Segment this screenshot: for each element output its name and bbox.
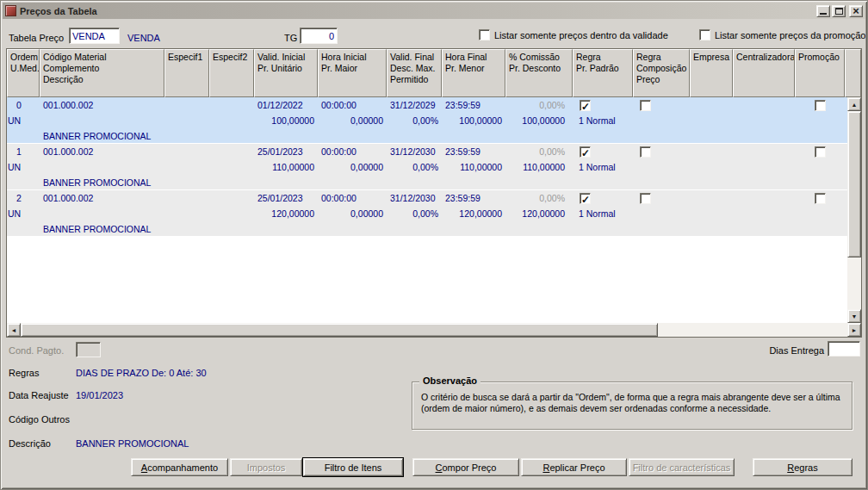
comissao-value: 0,00% xyxy=(505,190,573,206)
filter-promocao-checkbox[interactable]: Listar somente preços da promoção xyxy=(699,29,865,40)
horizontal-scrollbar-thumb[interactable] xyxy=(21,323,658,337)
valid-final-value: 31/12/2029 xyxy=(387,97,442,113)
column-header-especif2[interactable]: Especif2 xyxy=(209,49,254,97)
horizontal-scrollbar[interactable] xyxy=(7,323,861,337)
dias-entrega-label: Dias Entrega xyxy=(769,344,824,357)
price-row[interactable]: 0UN 001.000.002BANNER PROMOCIONAL 01/12/… xyxy=(7,97,847,144)
scroll-right-button[interactable] xyxy=(847,323,861,337)
impostos-button[interactable]: Impostos xyxy=(230,458,302,476)
regra-composicao-checkbox[interactable] xyxy=(640,193,651,204)
column-header-valid-final[interactable]: Valid. Final Desc. Max. Permitido xyxy=(387,49,442,97)
pr-padrao-checkbox[interactable] xyxy=(580,193,591,204)
grid-body: 0UN 001.000.002BANNER PROMOCIONAL 01/12/… xyxy=(7,97,847,323)
titlebar[interactable]: Preços da Tabela xyxy=(3,3,865,19)
hora-inicial-value: 00:00:00 xyxy=(318,144,387,159)
arrow-right-icon xyxy=(852,327,858,333)
filter-promocao-label: Listar somente preços da promoção xyxy=(715,30,865,40)
filter-validade-label: Listar somente preços dentro da validade xyxy=(494,30,668,40)
pr-desconto-value: 100,00000 xyxy=(505,113,573,128)
checkbox-promocao-icon xyxy=(699,29,710,40)
codigo-value: 001.000.002 xyxy=(40,190,164,206)
column-header-especif1[interactable]: Especif1 xyxy=(164,49,209,97)
filtro-caracteristicas-button[interactable]: Filtro de características xyxy=(629,458,735,476)
scroll-up-button[interactable] xyxy=(847,97,861,111)
hora-final-value: 23:59:59 xyxy=(442,144,505,159)
minimize-button[interactable] xyxy=(816,5,830,17)
vertical-scrollbar[interactable] xyxy=(847,97,861,323)
umed-value: UN xyxy=(7,206,40,221)
codigo-outros-label: Código Outros xyxy=(9,413,70,425)
pr-desconto-value: 110,00000 xyxy=(505,159,573,175)
promocao-checkbox[interactable] xyxy=(815,100,826,111)
pr-menor-value: 120,00000 xyxy=(442,206,505,221)
arrow-down-icon xyxy=(852,313,858,319)
descricao-value: BANNER PROMOCIONAL xyxy=(40,175,164,189)
pr-maior-value: 0,00000 xyxy=(318,159,387,175)
hora-inicial-value: 00:00:00 xyxy=(318,190,387,206)
vertical-scrollbar-thumb[interactable] xyxy=(847,111,861,257)
column-header-promocao[interactable]: Promoção xyxy=(795,49,845,97)
tabela-preco-input[interactable] xyxy=(69,28,120,44)
checkbox-validade-icon xyxy=(479,29,490,40)
pr-menor-value: 100,00000 xyxy=(442,113,505,128)
scroll-down-button[interactable] xyxy=(847,309,861,323)
dias-entrega-input[interactable] xyxy=(828,341,860,357)
regras-button[interactable]: Regras xyxy=(753,458,852,476)
tg-label: TG xyxy=(284,32,297,44)
pr-padrao-checkbox[interactable] xyxy=(580,146,591,158)
regra-value: 1 Normal xyxy=(573,159,633,175)
valid-final-value: 31/12/2030 xyxy=(387,144,442,159)
valid-final-value: 31/12/2030 xyxy=(387,190,442,206)
filtro-itens-button[interactable]: Filtro de Itens xyxy=(303,458,403,476)
price-row[interactable]: 2UN 001.000.002BANNER PROMOCIONAL 25/01/… xyxy=(7,190,847,237)
column-header-regra-composicao[interactable]: Regra Composição Preço xyxy=(633,49,690,97)
tabela-preco-label: Tabela Preço xyxy=(9,32,64,44)
header-filler xyxy=(845,49,861,97)
tg-input[interactable] xyxy=(300,28,338,44)
regra-composicao-checkbox[interactable] xyxy=(640,146,651,158)
acompanhamento-button[interactable]: Acompanhamento xyxy=(131,458,228,476)
column-header-comissao[interactable]: % Comissão Pr. Desconto xyxy=(505,49,573,97)
hora-final-value: 23:59:59 xyxy=(442,97,505,113)
umed-value: UN xyxy=(7,159,40,175)
column-header-regra-padrao[interactable]: Regra Pr. Padrão xyxy=(573,49,633,97)
cond-pagto-label: Cond. Pagto. xyxy=(9,344,64,357)
pr-unitario-value: 120,00000 xyxy=(254,206,318,221)
scroll-left-button[interactable] xyxy=(7,323,21,337)
column-header-hora-inicial[interactable]: Hora Inicial Pr. Maior xyxy=(318,49,387,97)
column-header-valid-inicial[interactable]: Valid. Inicial Pr. Unitário xyxy=(254,49,318,97)
grid-header: Ordem U.Med. Código Material Complemento… xyxy=(7,49,861,97)
promocao-checkbox[interactable] xyxy=(815,193,826,204)
column-header-hora-final[interactable]: Hora Final Pr. Menor xyxy=(442,49,505,97)
arrow-left-icon xyxy=(11,327,17,333)
data-reajuste-label: Data Reajuste xyxy=(9,389,69,401)
pr-maior-value: 0,00000 xyxy=(318,206,387,221)
observacao-groupbox: Observação O critério de busca se dará a… xyxy=(412,381,852,430)
regra-value: 1 Normal xyxy=(573,206,633,221)
ordem-value: 1 xyxy=(7,144,40,159)
observacao-text: O critério de busca se dará a partir da … xyxy=(412,382,852,414)
column-header-codigo-material[interactable]: Código Material Complemento Descrição xyxy=(40,49,164,97)
pr-padrao-checkbox[interactable] xyxy=(580,100,591,111)
valid-inicial-value: 25/01/2023 xyxy=(254,190,318,206)
price-row[interactable]: 1UN 001.000.002BANNER PROMOCIONAL 25/01/… xyxy=(7,144,847,190)
column-header-ordem[interactable]: Ordem U.Med. xyxy=(7,49,40,97)
valid-inicial-value: 01/12/2022 xyxy=(254,97,318,113)
maximize-button[interactable] xyxy=(832,5,846,17)
column-header-empresa[interactable]: Empresa xyxy=(690,49,733,97)
data-reajuste-value: 19/01/2023 xyxy=(76,389,123,401)
desc-max-value: 0,00% xyxy=(387,206,442,221)
regra-composicao-checkbox[interactable] xyxy=(640,100,651,111)
compor-preco-button[interactable]: Compor Preço xyxy=(412,458,519,476)
minimize-icon xyxy=(820,13,827,15)
descricao-label: Descrição xyxy=(9,437,51,450)
price-grid: Ordem U.Med. Código Material Complemento… xyxy=(6,48,862,338)
promocao-checkbox[interactable] xyxy=(815,146,826,158)
hora-final-value: 23:59:59 xyxy=(442,190,505,206)
column-header-centralizadora[interactable]: Centralizadora xyxy=(733,49,795,97)
cond-pagto-input[interactable] xyxy=(76,342,101,357)
filter-validade-checkbox[interactable]: Listar somente preços dentro da validade xyxy=(479,29,668,40)
close-button[interactable] xyxy=(849,5,863,17)
replicar-preco-button[interactable]: Replicar Preço xyxy=(521,458,627,476)
comissao-value: 0,00% xyxy=(505,97,573,113)
